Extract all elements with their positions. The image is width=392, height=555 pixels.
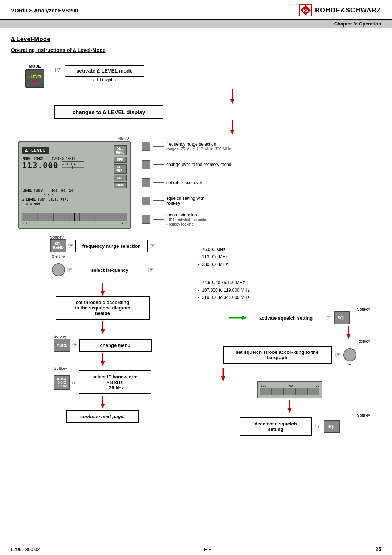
ifbw-softkey[interactable]: IF-BW8KHZ30KHZ: [54, 375, 70, 390]
svg-marker-34: [287, 408, 292, 413]
ann-sub-1: ranges: 75 MHz, 113 MHz, 330 MHz: [166, 147, 231, 151]
ann-btn-2: [142, 160, 150, 169]
red-arrow-left-2: [11, 321, 194, 334]
sql-softkey-right[interactable]: SQL: [334, 311, 350, 324]
svg-marker-6: [230, 130, 234, 135]
delta-symbol: ∆ LEVEL: [27, 75, 42, 79]
level-label: LEVEL [dBm] -100 -60 -20: [22, 189, 127, 193]
section-title: ∆ Level-Mode: [11, 36, 381, 43]
mode-key: ∆ LEVEL: [25, 69, 44, 88]
screen-wrapper: MENU ∆ LEVEL SELBAND: [18, 136, 131, 229]
led-dot: [33, 80, 36, 82]
threshold-box: set threshold accordingto the sequence d…: [56, 296, 150, 320]
red-arrow-right-3: [198, 400, 381, 413]
annotations-col: frequency range selection ranges: 75 MHz…: [142, 136, 231, 226]
col-left: Softkey SELBAND ☞ frequency range select…: [11, 235, 194, 436]
hand-icon-5: ☞: [148, 266, 154, 274]
svg-marker-4: [230, 99, 234, 104]
chapter-bar: Chapter 3: Operation: [0, 20, 392, 28]
sel-band-text: SELBAND: [116, 146, 124, 154]
svg-rect-8: [72, 166, 73, 169]
hand-icon-2: ☞: [68, 242, 74, 250]
select-freq-box: select frequency: [74, 264, 146, 276]
svg-marker-16: [101, 291, 105, 296]
sel-band-btn[interactable]: SELBAND: [114, 145, 127, 155]
mem-btn[interactable]: MEM: [114, 157, 127, 163]
ann-row-4: squelch setting with rollkey: [142, 194, 231, 207]
more-screen-btn[interactable]: MORE: [114, 182, 127, 188]
ann-text-4: squelch setting with: [166, 196, 204, 201]
screen-btns-col: MEM SETREF. SQL MORE: [114, 157, 127, 188]
squelch-bargraph: -100-60-20: [257, 381, 322, 398]
softkey-label-more: Softkey: [54, 334, 67, 339]
hand-icon-7: ☞: [72, 378, 77, 386]
screen-header-row: ∆ LEVEL SELBAND: [22, 145, 127, 155]
more-softkey[interactable]: MORE: [54, 339, 70, 352]
softkey-label-sql2: Softkey: [357, 413, 370, 417]
softkey-label-sql-right: Softkey: [357, 307, 370, 311]
mode-button-area: MODE ∆ LEVEL: [25, 64, 44, 88]
squelch-strobe-box: set squelch strobe accor- ding to the ba…: [223, 346, 332, 364]
activate-squelch-row: activate squelch setting ☞ SQL: [198, 311, 381, 324]
tuning-scale: -10 0 +10: [62, 161, 84, 170]
screen-title-text: ∆ LEVEL: [25, 148, 46, 153]
red-arrow-left-4: [11, 396, 194, 409]
freq-value: 113.000: [22, 161, 58, 170]
sel-band-row: Softkey SELBAND ☞ frequency range select…: [11, 235, 194, 252]
svg-text:RS: RS: [303, 8, 308, 12]
continue-text: continue next page!: [80, 414, 125, 419]
screen-title: ∆ LEVEL: [22, 147, 49, 154]
if-bw-box: select IF bandwidth:- 8 kHz- 30 kHz: [79, 370, 151, 394]
hand-icon-9: ☞: [335, 351, 340, 359]
svg-marker-20: [101, 361, 105, 366]
col-right: - 75.000 MHz - 113.000 MHz - 330.000 MHz…: [198, 235, 381, 436]
select-freq-options: - 74.900 to 75.100 MHz - 107.000 to 119.…: [198, 279, 250, 301]
footer-right: 25: [375, 546, 381, 552]
arrows-row: < < <: [22, 193, 127, 197]
ann-line-2: [153, 164, 164, 165]
green-arrow: [229, 314, 247, 321]
changes-box-row: changes to ∆ LEVEL display: [54, 105, 381, 119]
footer-center: E-8: [204, 547, 211, 552]
menu-label: MENU: [18, 136, 131, 141]
ann-text-1: frequency range selection: [166, 142, 231, 147]
freq-range-box: frequency range selection: [75, 240, 148, 252]
dashes-row: - - .: [22, 207, 127, 212]
svg-marker-22: [101, 404, 105, 409]
squelch-strobe-row: set squelch strobe accor- ding to the ba…: [198, 343, 381, 366]
red-arrow-2: [83, 120, 381, 135]
ann-row-2: change over to the memory menu: [142, 158, 231, 171]
continue-box: continue next page!: [66, 410, 139, 423]
ann-btn-4: [142, 197, 150, 205]
ann-sub-5: - IF bandwidth selection- rollkey lockin…: [166, 218, 208, 226]
activate-box: activate ∆ LEVEL mode: [65, 65, 144, 77]
device-screen: ∆ LEVEL SELBAND FREQ. [MHZ] TUNING: [18, 141, 131, 229]
top-flow: MODE ∆ LEVEL ☞ activate ∆ LEVEL mode (LE…: [25, 60, 381, 88]
sq-bar: [260, 388, 319, 395]
red-arrow-1: [83, 89, 381, 104]
deactivate-squelch-row: deactivate squelchsetting ☞ SQL: [198, 417, 381, 436]
rollkey-circle-1[interactable]: [52, 263, 65, 276]
squelch-right-flow: Softkey activate squelch setting ☞ SQL: [198, 307, 381, 436]
header: VOR/ILS Analyzer EVS200 RS ROHDE&SCHWARZ: [0, 0, 392, 20]
set-ref-btn[interactable]: SETREF.: [114, 164, 127, 174]
sql-softkey-right2[interactable]: SQL: [324, 420, 340, 433]
deactivate-squelch-box: deactivate squelchsetting: [240, 417, 312, 436]
rollkey-circle-2[interactable]: [343, 348, 356, 361]
svg-marker-28: [221, 376, 225, 381]
ann-line-3: [153, 182, 164, 183]
red-arrow-left-3: [11, 353, 194, 366]
hand-icon-3: ☞: [149, 242, 155, 250]
sel-band-softkey[interactable]: SELBAND: [50, 239, 66, 252]
freq-options: - 75.000 MHz - 113.000 MHz - 330.000 MHz: [198, 246, 228, 268]
rollkey-label-1: Rollkey: [52, 255, 65, 259]
ann-btn-5: [142, 215, 150, 224]
bottom-scale: -120+12: [22, 222, 127, 225]
hand-icon-6: ☞: [72, 341, 78, 349]
softkey-label-1: Softkey: [50, 235, 64, 239]
subsection-title: Operating instructions of ∆ Level-Mode: [11, 47, 381, 53]
ann-text-4b: rollkey: [166, 201, 204, 206]
sql-screen-btn[interactable]: SQL: [114, 175, 127, 181]
header-title: VOR/ILS Analyzer EVS200: [11, 7, 78, 13]
delta-level-row: ∆ LEVEL [dB] LEVEL REF.: [22, 198, 127, 202]
